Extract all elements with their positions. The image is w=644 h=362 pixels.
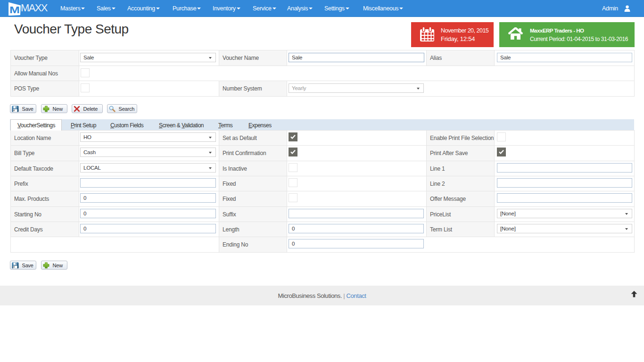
svg-text:M: M (9, 4, 20, 15)
